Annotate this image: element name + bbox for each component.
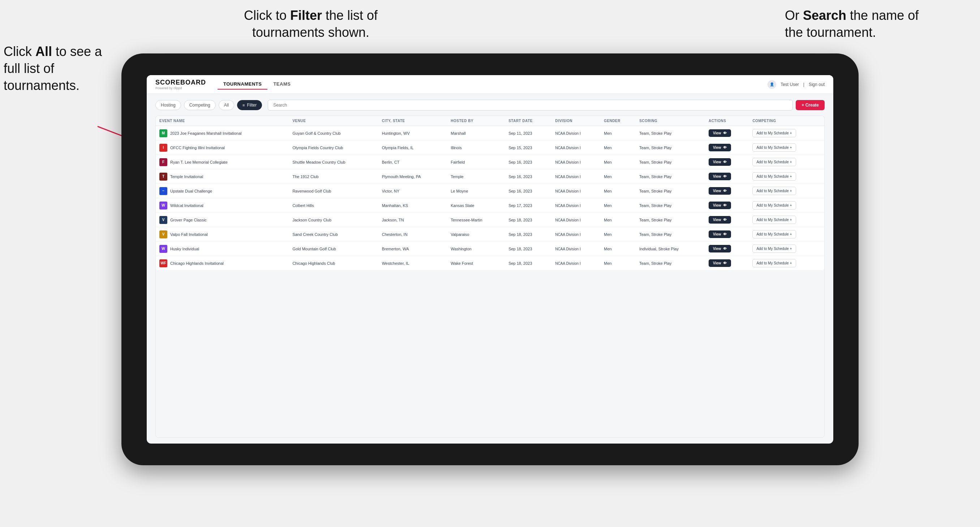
- hosted-by-cell: Valparaiso: [447, 227, 505, 242]
- scoring-cell: Team, Stroke Play: [636, 126, 705, 141]
- event-name: 2023 Joe Feaganes Marshall Invitational: [170, 131, 242, 135]
- venue-cell: Colbert Hills: [289, 198, 378, 213]
- start-date-cell: Sep 15, 2023: [505, 141, 551, 155]
- add-schedule-btn[interactable]: Add to My Schedule +: [752, 129, 796, 137]
- nav-tab-tournaments[interactable]: TOURNAMENTS: [218, 79, 267, 90]
- team-logo: V: [159, 216, 167, 224]
- nav-tab-teams[interactable]: TEAMS: [267, 79, 296, 90]
- user-name: Test User: [781, 82, 799, 87]
- view-btn[interactable]: View 👁: [709, 259, 731, 267]
- eye-icon: 👁: [723, 203, 727, 207]
- competing-cell: Add to My Schedule +: [749, 242, 824, 256]
- event-name: Husky Individual: [170, 247, 199, 251]
- event-name-cell: T Temple Invitational: [156, 170, 289, 184]
- actions-cell: View 👁: [705, 227, 749, 242]
- scoring-cell: Team, Stroke Play: [636, 227, 705, 242]
- start-date-cell: Sep 18, 2023: [505, 227, 551, 242]
- col-start-date: START DATE: [505, 116, 551, 126]
- city-state-cell: Plymouth Meeting, PA: [378, 170, 447, 184]
- division-cell: NCAA Division I: [551, 227, 600, 242]
- add-schedule-btn[interactable]: Add to My Schedule +: [752, 201, 796, 210]
- competing-cell: Add to My Schedule +: [749, 141, 824, 155]
- add-schedule-btn[interactable]: Add to My Schedule +: [752, 187, 796, 195]
- add-schedule-btn[interactable]: Add to My Schedule +: [752, 216, 796, 224]
- filter-label: Filter: [247, 103, 256, 108]
- actions-cell: View 👁: [705, 242, 749, 256]
- hosted-by-cell: Temple: [447, 170, 505, 184]
- table-row: WF Chicago Highlands Invitational Chicag…: [156, 256, 824, 271]
- division-cell: NCAA Division I: [551, 155, 600, 170]
- view-label: View: [713, 232, 721, 236]
- create-btn[interactable]: + Create: [796, 100, 825, 110]
- eye-icon: 👁: [723, 175, 727, 178]
- start-date-cell: Sep 17, 2023: [505, 198, 551, 213]
- competing-filter-btn[interactable]: Competing: [184, 100, 216, 110]
- table-row: ~ Upstate Dual Challenge Ravenwood Golf …: [156, 184, 824, 198]
- search-input[interactable]: [268, 100, 793, 111]
- filter-toggle-btn[interactable]: ≡ Filter: [237, 100, 262, 110]
- event-name: Wildcat Invitational: [170, 203, 204, 208]
- view-btn[interactable]: View 👁: [709, 230, 731, 238]
- team-logo: T: [159, 173, 167, 181]
- gender-cell: Men: [600, 242, 636, 256]
- scoring-cell: Team, Stroke Play: [636, 198, 705, 213]
- add-schedule-btn[interactable]: Add to My Schedule +: [752, 230, 796, 238]
- view-btn[interactable]: View 👁: [709, 216, 731, 224]
- table-row: W Husky Individual Gold Mountain Golf Cl…: [156, 242, 824, 256]
- view-btn[interactable]: View 👁: [709, 245, 731, 252]
- col-gender: GENDER: [600, 116, 636, 126]
- table-row: V Grover Page Classic Jackson Country Cl…: [156, 213, 824, 227]
- view-btn[interactable]: View 👁: [709, 202, 731, 209]
- add-schedule-btn[interactable]: Add to My Schedule +: [752, 259, 796, 267]
- annotation-filter-bold: Filter: [290, 8, 322, 23]
- venue-cell: Sand Creek Country Club: [289, 227, 378, 242]
- scoring-cell: Team, Stroke Play: [636, 213, 705, 227]
- scoring-cell: Individual, Stroke Play: [636, 242, 705, 256]
- actions-cell: View 👁: [705, 256, 749, 271]
- col-venue: VENUE: [289, 116, 378, 126]
- sign-out-link[interactable]: Sign out: [809, 82, 825, 87]
- view-btn[interactable]: View 👁: [709, 144, 731, 151]
- view-btn[interactable]: View 👁: [709, 173, 731, 180]
- scoring-cell: Team, Stroke Play: [636, 256, 705, 271]
- event-name-cell: W Wildcat Invitational: [156, 198, 289, 213]
- actions-cell: View 👁: [705, 141, 749, 155]
- eye-icon: 👁: [723, 131, 727, 135]
- hosting-filter-btn[interactable]: Hosting: [155, 100, 181, 110]
- city-state-cell: Manhattan, KS: [378, 198, 447, 213]
- scoring-cell: Team, Stroke Play: [636, 141, 705, 155]
- add-schedule-btn[interactable]: Add to My Schedule +: [752, 172, 796, 181]
- tournaments-table: EVENT NAME VENUE CITY, STATE HOSTED BY S…: [156, 116, 824, 271]
- hosted-by-cell: Tennessee-Martin: [447, 213, 505, 227]
- event-name-cell: F Ryan T. Lee Memorial Collegiate: [156, 155, 289, 170]
- event-name-cell: V Grover Page Classic: [156, 213, 289, 227]
- view-btn[interactable]: View 👁: [709, 129, 731, 137]
- col-actions: ACTIONS: [705, 116, 749, 126]
- table-row: M 2023 Joe Feaganes Marshall Invitationa…: [156, 126, 824, 141]
- actions-cell: View 👁: [705, 213, 749, 227]
- table-header-row: EVENT NAME VENUE CITY, STATE HOSTED BY S…: [156, 116, 824, 126]
- add-schedule-btn[interactable]: Add to My Schedule +: [752, 244, 796, 253]
- table-row: W Wildcat Invitational Colbert Hills Man…: [156, 198, 824, 213]
- start-date-cell: Sep 18, 2023: [505, 242, 551, 256]
- division-cell: NCAA Division I: [551, 126, 600, 141]
- city-state-cell: Westchester, IL: [378, 256, 447, 271]
- team-logo: WF: [159, 259, 167, 267]
- hosted-by-cell: Marshall: [447, 126, 505, 141]
- view-label: View: [713, 131, 721, 135]
- col-event-name: EVENT NAME: [156, 116, 289, 126]
- all-filter-btn[interactable]: All: [219, 100, 234, 110]
- view-btn[interactable]: View 👁: [709, 187, 731, 195]
- add-schedule-btn[interactable]: Add to My Schedule +: [752, 158, 796, 166]
- start-date-cell: Sep 16, 2023: [505, 170, 551, 184]
- event-name: Chicago Highlands Invitational: [170, 261, 224, 265]
- view-btn[interactable]: View 👁: [709, 158, 731, 166]
- view-label: View: [713, 261, 721, 265]
- start-date-cell: Sep 16, 2023: [505, 155, 551, 170]
- venue-cell: The 1912 Club: [289, 170, 378, 184]
- actions-cell: View 👁: [705, 126, 749, 141]
- add-schedule-btn[interactable]: Add to My Schedule +: [752, 143, 796, 152]
- annotation-all: Click All to see a full list of tourname…: [3, 43, 112, 94]
- gender-cell: Men: [600, 170, 636, 184]
- table-row: I OFCC Fighting Illini Invitational Olym…: [156, 141, 824, 155]
